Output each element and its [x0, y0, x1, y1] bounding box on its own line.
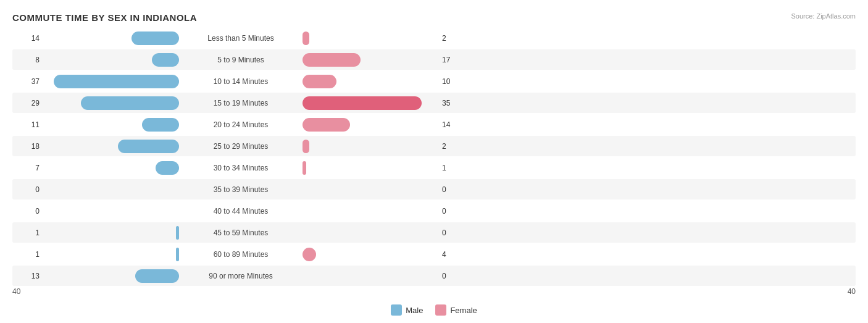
row-label: 20 to 24 Minutes: [179, 120, 303, 129]
female-bar: [303, 140, 309, 153]
female-value: 0: [438, 185, 469, 194]
male-bar-container: [43, 53, 179, 67]
axis-row: 40 40: [12, 287, 856, 298]
male-value: 7: [12, 164, 43, 172]
row-label: 60 to 89 Minutes: [179, 250, 303, 259]
male-value: 18: [12, 142, 43, 151]
female-value: 4: [438, 250, 469, 259]
table-row: 37 10 to 14 Minutes 10: [12, 71, 856, 91]
male-value: 8: [12, 56, 43, 64]
male-value: 0: [12, 185, 43, 194]
female-value: 0: [438, 229, 469, 237]
female-bar: [303, 75, 336, 88]
axis-right: 40: [848, 287, 856, 296]
legend-female-color: [435, 304, 446, 316]
table-row: 1 45 to 59 Minutes 0: [12, 222, 856, 243]
female-bar-container: [303, 140, 438, 153]
legend-male-color: [391, 304, 402, 316]
axis-left: 40: [12, 287, 20, 296]
female-bar-container: [303, 96, 438, 110]
row-label: 40 to 44 Minutes: [179, 207, 303, 216]
male-bar-container: [43, 226, 179, 240]
row-label: 90 or more Minutes: [179, 272, 303, 280]
male-value: 11: [12, 120, 43, 129]
male-value: 13: [12, 272, 43, 280]
male-bar: [156, 161, 180, 175]
male-bar-container: [43, 183, 179, 196]
table-row: 8 5 to 9 Minutes 17: [12, 49, 856, 70]
table-row: 0 35 to 39 Minutes 0: [12, 179, 856, 199]
female-value: 35: [438, 99, 469, 107]
female-bar: [303, 53, 361, 67]
table-row: 14 Less than 5 Minutes 2: [12, 28, 856, 48]
male-value: 1: [12, 250, 43, 259]
female-bar: [303, 96, 422, 110]
male-bar: [54, 75, 180, 88]
row-label: 15 to 19 Minutes: [179, 99, 303, 107]
legend-male-label: Male: [406, 306, 423, 315]
male-value: 0: [12, 207, 43, 216]
female-value: 2: [438, 142, 469, 151]
legend-male: Male: [391, 304, 423, 316]
row-label: 5 to 9 Minutes: [179, 56, 303, 64]
female-value: 0: [438, 207, 469, 216]
female-value: 1: [438, 164, 469, 172]
female-value: 0: [438, 272, 469, 280]
female-bar-container: [303, 226, 438, 240]
row-label: 30 to 34 Minutes: [179, 164, 303, 172]
legend-row: Male Female: [12, 304, 856, 316]
chart-area: 14 Less than 5 Minutes 2 8 5 to 9 Minute…: [12, 28, 856, 316]
male-bar-container: [43, 75, 179, 88]
legend-female-label: Female: [450, 306, 477, 315]
male-bar-container: [43, 248, 179, 261]
female-bar-container: [303, 248, 438, 261]
female-bar-container: [303, 204, 438, 218]
male-value: 37: [12, 77, 43, 86]
female-bar-container: [303, 269, 438, 283]
male-bar: [135, 269, 180, 283]
male-bar-container: [43, 31, 179, 45]
male-bar: [118, 140, 179, 153]
female-bar: [303, 248, 316, 261]
male-bar-container: [43, 204, 179, 218]
female-value: 10: [438, 77, 469, 86]
row-label: 35 to 39 Minutes: [179, 185, 303, 194]
male-bar-container: [43, 140, 179, 153]
male-bar: [81, 96, 180, 110]
female-bar-container: [303, 161, 438, 175]
male-bar: [152, 53, 179, 67]
male-value: 29: [12, 99, 43, 107]
table-row: 18 25 to 29 Minutes 2: [12, 136, 856, 156]
male-bar-container: [43, 161, 179, 175]
male-bar-container: [43, 269, 179, 283]
row-label: Less than 5 Minutes: [179, 34, 303, 43]
table-row: 13 90 or more Minutes 0: [12, 266, 856, 286]
female-bar: [303, 161, 306, 175]
row-label: 10 to 14 Minutes: [179, 77, 303, 86]
row-label: 25 to 29 Minutes: [179, 142, 303, 151]
male-value: 14: [12, 34, 43, 43]
table-row: 0 40 to 44 Minutes 0: [12, 201, 856, 221]
male-bar-container: [43, 118, 179, 132]
table-row: 7 30 to 34 Minutes 1: [12, 157, 856, 178]
female-value: 2: [438, 34, 469, 43]
male-bar: [131, 31, 179, 45]
male-value: 1: [12, 229, 43, 237]
female-bar: [303, 31, 309, 45]
table-row: 11 20 to 24 Minutes 14: [12, 114, 856, 135]
row-label: 45 to 59 Minutes: [179, 229, 303, 237]
female-value: 14: [438, 120, 469, 129]
male-bar: [142, 118, 180, 132]
female-bar-container: [303, 31, 438, 45]
female-bar-container: [303, 183, 438, 196]
male-bar-container: [43, 96, 179, 110]
female-bar-container: [303, 53, 438, 67]
table-row: 29 15 to 19 Minutes 35: [12, 93, 856, 113]
female-bar-container: [303, 118, 438, 132]
chart-title: COMMUTE TIME BY SEX IN INDIANOLA: [12, 12, 856, 23]
table-row: 1 60 to 89 Minutes 4: [12, 244, 856, 264]
female-bar: [303, 118, 350, 132]
legend-female: Female: [435, 304, 477, 316]
female-bar-container: [303, 75, 438, 88]
chart-container: COMMUTE TIME BY SEX IN INDIANOLA Source:…: [0, 0, 868, 323]
